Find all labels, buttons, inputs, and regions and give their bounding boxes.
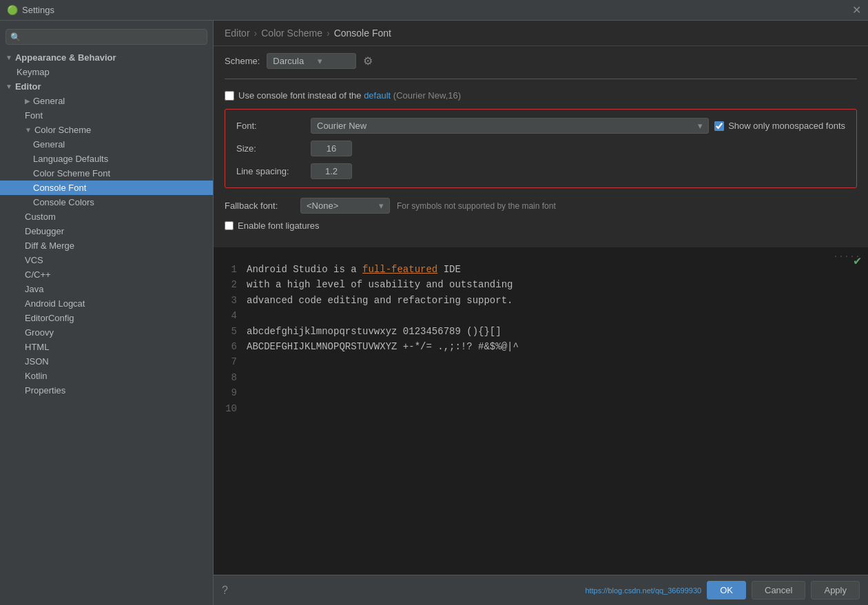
line-number: 9 xyxy=(218,385,237,400)
preview-line-10: 10 xyxy=(214,401,868,416)
size-input[interactable] xyxy=(311,141,352,156)
sidebar-label: VCS xyxy=(25,255,43,265)
breadcrumb: Editor › Color Scheme › Console Font xyxy=(214,21,868,46)
sidebar: 🔍 ▼ Appearance & Behavior Keymap ▼ Edito… xyxy=(0,21,214,605)
font-settings-box: Font: Courier New ▾ Show only monospaced… xyxy=(225,109,857,188)
line-content: abcdefghijklmnopqrstuvwxyz 0123456789 ()… xyxy=(247,324,502,339)
line-content: Android Studio is a full-featured IDE xyxy=(247,262,461,277)
gear-icon[interactable]: ⚙ xyxy=(363,54,373,68)
scheme-value: Darcula xyxy=(273,56,304,66)
fallback-value: <None> xyxy=(307,201,372,211)
line-spacing-label: Line spacing: xyxy=(236,166,305,176)
content-area: Editor › Color Scheme › Console Font Sch… xyxy=(214,21,868,605)
sidebar-label: EditorConfig xyxy=(25,313,74,323)
sidebar-label: Font xyxy=(25,110,43,121)
use-console-font-label: Use console font instead of the default … xyxy=(238,90,461,101)
close-icon[interactable]: ✕ xyxy=(852,5,861,16)
show-mono-checkbox[interactable] xyxy=(714,121,724,131)
line-number: 10 xyxy=(218,401,237,416)
ligatures-checkbox[interactable] xyxy=(225,221,234,230)
sidebar-label: Color Scheme xyxy=(34,125,91,135)
default-link[interactable]: default xyxy=(364,90,391,101)
separator xyxy=(225,79,857,79)
use-console-font-checkbox[interactable] xyxy=(225,91,234,101)
sidebar-label: C/C++ xyxy=(25,269,51,280)
breadcrumb-part-editor: Editor xyxy=(225,28,250,39)
preview-line-9: 9 xyxy=(214,385,868,400)
sidebar-item-android-logcat[interactable]: Android Logcat xyxy=(0,296,213,311)
sidebar-item-groovy[interactable]: Groovy xyxy=(0,325,213,340)
line-number: 6 xyxy=(218,339,237,354)
sidebar-label: Appearance & Behavior xyxy=(15,52,116,63)
search-input[interactable] xyxy=(23,32,203,42)
line-number: 1 xyxy=(218,262,237,277)
sidebar-label: Java xyxy=(25,284,43,294)
sidebar-item-color-scheme-font[interactable]: Color Scheme Font xyxy=(0,166,213,181)
sidebar-item-font[interactable]: Font xyxy=(0,108,213,123)
sidebar-item-kotlin[interactable]: Kotlin xyxy=(0,369,213,383)
checkmark-icon: ✔ xyxy=(854,253,861,268)
scheme-dropdown[interactable]: Darcula ▾ xyxy=(267,53,356,69)
line-number: 2 xyxy=(218,277,237,292)
sidebar-item-custom[interactable]: Custom xyxy=(0,209,213,224)
help-icon[interactable]: ? xyxy=(222,584,228,597)
keyword-text: full-featured xyxy=(362,264,437,275)
sidebar-item-color-scheme[interactable]: ▼ Color Scheme xyxy=(0,123,213,137)
preview-line-1: 1 Android Studio is a full-featured IDE xyxy=(214,262,868,277)
sidebar-label: Groovy xyxy=(25,327,54,338)
sidebar-item-keymap[interactable]: Keymap xyxy=(0,65,213,79)
preview-line-6: 6 ABCDEFGHIJKLMNOPQRSTUVWXYZ +-*/= .,;:!… xyxy=(214,339,868,354)
sidebar-item-html[interactable]: HTML xyxy=(0,340,213,354)
sidebar-label: Console Font xyxy=(33,183,86,193)
cancel-button[interactable]: Cancel xyxy=(752,581,805,599)
sidebar-label: Language Defaults xyxy=(33,154,108,164)
title-bar-left: 🟢 Settings xyxy=(7,5,54,16)
preview-line-3: 3 advanced code editing and refactoring … xyxy=(214,293,868,308)
use-console-font-row: Use console font instead of the default … xyxy=(225,90,857,101)
sidebar-item-json[interactable]: JSON xyxy=(0,354,213,369)
show-mono-row: Show only monospaced fonts xyxy=(714,121,845,131)
chevron-down-icon: ▾ xyxy=(379,201,384,211)
sidebar-label: Diff & Merge xyxy=(25,240,74,251)
breadcrumb-part-console-font: Console Font xyxy=(334,28,391,39)
breadcrumb-part-color-scheme: Color Scheme xyxy=(261,28,322,39)
preview-area: ..... ✔ 1 Android Studio is a full-featu… xyxy=(214,247,868,575)
preview-line-5: 5 abcdefghijklmnopqrstuvwxyz 0123456789 … xyxy=(214,324,868,339)
sidebar-item-diff-merge[interactable]: Diff & Merge xyxy=(0,238,213,253)
preview-line-4: 4 xyxy=(214,308,868,323)
sidebar-item-appearance-behavior[interactable]: ▼ Appearance & Behavior xyxy=(0,50,213,65)
bottom-bar: ? https://blog.csdn.net/qq_36699930 OK C… xyxy=(214,575,868,605)
line-number: 4 xyxy=(218,308,237,323)
sidebar-item-editor[interactable]: ▼ Editor xyxy=(0,79,213,94)
sidebar-item-cpp[interactable]: C/C++ xyxy=(0,267,213,282)
sidebar-label: General xyxy=(33,139,65,150)
sidebar-label: Keymap xyxy=(17,67,50,77)
sidebar-item-color-scheme-general[interactable]: General xyxy=(0,137,213,152)
preview-line-7: 7 xyxy=(214,354,868,369)
ok-button[interactable]: OK xyxy=(707,581,746,599)
line-number: 7 xyxy=(218,354,237,369)
sidebar-item-console-font[interactable]: Console Font xyxy=(0,181,213,195)
preview-line-8: 8 xyxy=(214,370,868,385)
sidebar-item-vcs[interactable]: VCS xyxy=(0,253,213,267)
sidebar-item-language-defaults[interactable]: Language Defaults xyxy=(0,152,213,166)
search-box[interactable]: 🔍 xyxy=(6,29,207,45)
line-spacing-input[interactable] xyxy=(311,163,352,179)
status-url: https://blog.csdn.net/qq_36699930 xyxy=(585,586,701,595)
sidebar-label: Debugger xyxy=(25,226,64,236)
line-number: 8 xyxy=(218,370,237,385)
sidebar-item-editorconfig[interactable]: EditorConfig xyxy=(0,311,213,325)
sidebar-item-console-colors[interactable]: Console Colors xyxy=(0,195,213,209)
sidebar-label: Color Scheme Font xyxy=(33,168,110,178)
sidebar-label: Android Logcat xyxy=(25,298,85,309)
sidebar-item-properties[interactable]: Properties xyxy=(0,383,213,398)
sidebar-item-debugger[interactable]: Debugger xyxy=(0,224,213,238)
font-dropdown[interactable]: Courier New ▾ xyxy=(311,118,709,134)
sidebar-item-general[interactable]: ▶ General xyxy=(0,94,213,108)
sidebar-label: Kotlin xyxy=(25,371,48,381)
title-bar: 🟢 Settings ✕ xyxy=(0,0,868,21)
fallback-dropdown[interactable]: <None> ▾ xyxy=(300,198,390,214)
apply-button[interactable]: Apply xyxy=(811,581,860,599)
sidebar-item-java[interactable]: Java xyxy=(0,282,213,296)
sidebar-label: Custom xyxy=(25,212,56,222)
